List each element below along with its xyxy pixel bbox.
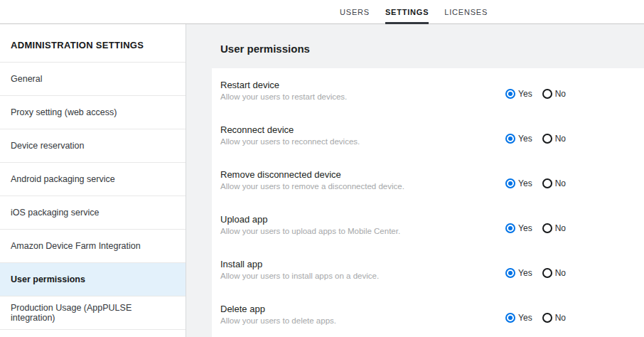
sidebar-item-label: Proxy setting (web access) (11, 107, 117, 117)
radio-unselected-icon (542, 89, 552, 99)
permission-text: Upload app Allow your users to upload ap… (220, 214, 400, 235)
sidebar-item-device-reservation[interactable]: Device reservation (0, 129, 186, 163)
sidebar-item-user-permissions[interactable]: User permissions (0, 263, 186, 296)
radio-yes-label: Yes (518, 178, 532, 188)
radio-no-label: No (555, 313, 566, 323)
sidebar-item-label: Device reservation (11, 141, 85, 151)
radio-no[interactable]: No (542, 134, 566, 144)
sidebar-item-ios-packaging-service[interactable]: iOS packaging service (0, 196, 186, 230)
sidebar-item-amazon-device-farm-integration[interactable]: Amazon Device Farm Integration (0, 230, 186, 263)
radio-no-label: No (555, 268, 566, 278)
radio-no-label: No (555, 223, 566, 233)
permission-name: Remove disconnected device (220, 169, 404, 180)
remove-disconnected-device-radio-group: Yes No (505, 178, 566, 188)
radio-yes[interactable]: Yes (505, 268, 532, 278)
radio-yes[interactable]: Yes (505, 89, 532, 99)
radio-yes[interactable]: Yes (505, 178, 532, 188)
sidebar-item-label: Production Usage (AppPULSE integration) (11, 303, 175, 323)
permission-name: Install app (220, 259, 379, 269)
permission-name: Delete app (220, 304, 336, 314)
permission-name: Reconnect device (220, 124, 360, 135)
permission-name: Upload app (220, 214, 400, 225)
radio-selected-icon (505, 89, 515, 99)
radio-selected-icon (505, 268, 515, 278)
sidebar-item-proxy-setting[interactable]: Proxy setting (web access) (0, 96, 186, 129)
radio-yes-label: Yes (518, 89, 532, 99)
permission-description: Allow your users to upload apps to Mobil… (220, 227, 400, 235)
radio-no[interactable]: No (542, 178, 566, 188)
radio-unselected-icon (542, 223, 552, 233)
sidebar-item-general[interactable]: General (0, 63, 186, 96)
permission-text: Install app Allow your users to install … (220, 259, 379, 280)
radio-no[interactable]: No (542, 313, 566, 323)
page-title: User permissions (212, 24, 644, 68)
radio-unselected-icon (542, 313, 552, 323)
radio-yes[interactable]: Yes (505, 134, 532, 144)
radio-no-label: No (555, 178, 566, 188)
radio-selected-icon (505, 223, 515, 233)
restart-device-radio-group: Yes No (505, 89, 566, 99)
radio-no[interactable]: No (542, 268, 566, 278)
radio-yes-label: Yes (518, 134, 532, 144)
radio-no-label: No (555, 89, 566, 99)
radio-no[interactable]: No (542, 223, 566, 233)
permission-description: Allow your users to restart devices. (220, 92, 347, 101)
permission-row-reconnect-device: Reconnect device Allow your users to rec… (212, 113, 644, 158)
permission-description: Allow your users to remove a disconnecte… (220, 182, 404, 191)
main-tabs: USERS SETTINGS LICENSES (340, 0, 488, 24)
page-content: ADMINISTRATION SETTINGS General Proxy se… (0, 24, 644, 337)
radio-yes-label: Yes (518, 313, 532, 323)
permission-name: Restart device (220, 80, 347, 90)
tab-settings[interactable]: SETTINGS (385, 0, 429, 24)
install-app-radio-group: Yes No (505, 268, 566, 278)
sidebar-item-label: Amazon Device Farm Integration (11, 241, 141, 251)
permission-row-remove-disconnected-device: Remove disconnected device Allow your us… (212, 158, 644, 203)
sidebar-item-label: Android packaging service (11, 174, 115, 184)
sidebar-item-label: iOS packaging service (11, 208, 99, 218)
radio-no[interactable]: No (542, 89, 566, 99)
permission-row-upload-app: Upload app Allow your users to upload ap… (212, 203, 644, 247)
radio-unselected-icon (542, 268, 552, 278)
radio-selected-icon (505, 134, 515, 144)
permission-description: Allow your users to reconnect devices. (220, 137, 360, 146)
permission-row-install-app: Install app Allow your users to install … (212, 247, 644, 292)
upload-app-radio-group: Yes No (505, 223, 566, 233)
permission-text: Restart device Allow your users to resta… (220, 80, 347, 101)
permission-row-delete-app: Delete app Allow your users to delete ap… (212, 292, 644, 337)
radio-yes-label: Yes (518, 223, 532, 233)
reconnect-device-radio-group: Yes No (505, 134, 566, 144)
permission-text: Delete app Allow your users to delete ap… (220, 304, 336, 325)
permission-text: Remove disconnected device Allow your us… (220, 169, 404, 191)
sidebar-item-production-usage[interactable]: Production Usage (AppPULSE integration) (0, 296, 186, 330)
radio-yes[interactable]: Yes (505, 313, 532, 323)
radio-yes-label: Yes (518, 268, 532, 278)
radio-selected-icon (505, 178, 515, 188)
tab-licenses[interactable]: LICENSES (444, 0, 488, 24)
administration-settings-sidebar: ADMINISTRATION SETTINGS General Proxy se… (0, 24, 186, 337)
permission-text: Reconnect device Allow your users to rec… (220, 124, 360, 146)
sidebar-item-label: General (11, 74, 42, 84)
radio-yes[interactable]: Yes (505, 223, 532, 233)
sidebar-item-label: User permissions (11, 274, 85, 284)
permission-description: Allow your users to install apps on a de… (220, 272, 379, 280)
tab-users[interactable]: USERS (340, 0, 370, 24)
radio-no-label: No (555, 134, 566, 144)
radio-selected-icon (505, 313, 515, 323)
main-panel: User permissions Restart device Allow yo… (186, 24, 644, 337)
permission-description: Allow your users to delete apps. (220, 316, 336, 325)
delete-app-radio-group: Yes No (505, 313, 566, 323)
permission-row-restart-device: Restart device Allow your users to resta… (212, 68, 644, 113)
radio-unselected-icon (542, 134, 552, 144)
radio-unselected-icon (542, 178, 552, 188)
top-navigation-bar: USERS SETTINGS LICENSES (0, 0, 644, 24)
sidebar-title: ADMINISTRATION SETTINGS (0, 24, 186, 63)
user-permissions-card: Restart device Allow your users to resta… (212, 68, 644, 337)
sidebar-item-android-packaging-service[interactable]: Android packaging service (0, 163, 186, 196)
